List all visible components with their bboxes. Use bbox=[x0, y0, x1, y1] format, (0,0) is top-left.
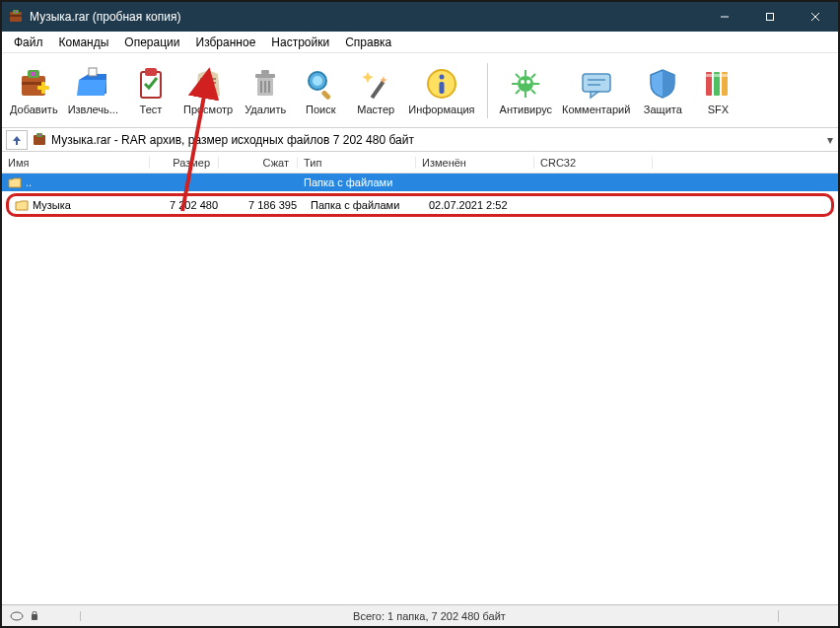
svg-rect-16 bbox=[145, 68, 157, 76]
protect-icon bbox=[645, 66, 680, 102]
col-packed[interactable]: Сжат bbox=[219, 157, 298, 169]
window-title: Музыка.rar (пробная копия) bbox=[30, 10, 180, 24]
status-total: Всего: 1 папка, 7 202 480 байт bbox=[81, 610, 779, 622]
app-icon bbox=[8, 9, 24, 25]
disk-icon bbox=[10, 611, 24, 621]
minimize-button[interactable] bbox=[702, 2, 747, 32]
svg-rect-3 bbox=[15, 11, 17, 13]
delete-icon bbox=[247, 66, 283, 102]
menu-favorites[interactable]: Избранное bbox=[188, 34, 264, 51]
sfx-label: SFX bbox=[708, 104, 729, 115]
svg-point-28 bbox=[313, 76, 322, 86]
sfx-icon bbox=[700, 66, 735, 102]
test-button[interactable]: Тест bbox=[124, 64, 177, 117]
file-size: 7 202 480 bbox=[157, 199, 226, 211]
svg-rect-18 bbox=[210, 78, 216, 80]
delete-button[interactable]: Удалить bbox=[239, 64, 292, 117]
svg-rect-33 bbox=[439, 82, 444, 94]
svg-rect-56 bbox=[32, 614, 37, 620]
add-icon bbox=[16, 66, 51, 102]
menu-commands[interactable]: Команды bbox=[51, 34, 117, 51]
menu-help[interactable]: Справка bbox=[337, 34, 399, 51]
menu-file[interactable]: Файл bbox=[6, 34, 51, 51]
file-row[interactable]: Музыка 7 202 480 7 186 395 Папка с файла… bbox=[9, 196, 831, 214]
protect-button[interactable]: Защита bbox=[636, 64, 689, 117]
test-icon bbox=[133, 66, 169, 102]
sfx-button[interactable]: SFX bbox=[691, 64, 744, 117]
extract-label: Извлечь... bbox=[68, 104, 118, 115]
view-button[interactable]: Просмотр bbox=[179, 64, 237, 117]
menu-operations[interactable]: Операции bbox=[116, 34, 187, 51]
menubar: Файл Команды Операции Избранное Настройк… bbox=[2, 32, 838, 53]
up-button[interactable] bbox=[6, 130, 28, 150]
svg-rect-23 bbox=[261, 70, 269, 74]
svg-rect-29 bbox=[321, 90, 332, 101]
svg-rect-19 bbox=[200, 82, 206, 84]
test-label: Тест bbox=[140, 104, 163, 115]
highlight-annotation: Музыка 7 202 480 7 186 395 Папка с файла… bbox=[6, 193, 834, 217]
extract-icon bbox=[75, 66, 110, 102]
protect-label: Защита bbox=[644, 104, 682, 115]
col-crc32[interactable]: CRC32 bbox=[534, 157, 653, 169]
svg-line-40 bbox=[531, 90, 535, 94]
find-label: Поиск bbox=[306, 104, 335, 115]
antivirus-icon bbox=[508, 66, 543, 102]
archive-icon bbox=[32, 132, 47, 148]
svg-point-44 bbox=[526, 80, 530, 84]
path-text[interactable]: Музыка.rar - RAR архив, размер исходных … bbox=[51, 133, 818, 147]
svg-point-43 bbox=[521, 80, 525, 84]
svg-line-41 bbox=[531, 74, 535, 78]
wizard-icon bbox=[358, 66, 393, 102]
svg-rect-11 bbox=[32, 72, 35, 76]
svg-rect-30 bbox=[371, 80, 385, 99]
svg-point-32 bbox=[439, 74, 444, 79]
file-type: Папка с файлами bbox=[305, 199, 423, 211]
column-headers: Имя Размер Сжат Тип Изменён CRC32 bbox=[2, 152, 838, 174]
col-type[interactable]: Тип bbox=[298, 157, 416, 169]
toolbar-separator bbox=[487, 63, 488, 118]
col-modified[interactable]: Изменён bbox=[416, 157, 534, 169]
view-label: Просмотр bbox=[183, 104, 233, 115]
titlebar: Музыка.rar (пробная копия) bbox=[2, 2, 838, 32]
comment-label: Комментарий bbox=[562, 104, 630, 115]
col-size[interactable]: Размер bbox=[150, 157, 219, 169]
svg-rect-54 bbox=[38, 134, 40, 136]
svg-line-42 bbox=[516, 90, 520, 94]
svg-rect-17 bbox=[200, 78, 206, 80]
svg-line-39 bbox=[516, 74, 520, 78]
path-dropdown[interactable]: ▾ bbox=[822, 133, 838, 147]
wizard-button[interactable]: Мастер bbox=[349, 64, 402, 117]
extract-button[interactable]: Извлечь... bbox=[64, 64, 122, 117]
svg-point-55 bbox=[11, 612, 23, 620]
file-name: Музыка bbox=[33, 199, 71, 211]
file-modified: 02.07.2021 2:52 bbox=[423, 199, 541, 211]
folder-icon bbox=[15, 198, 29, 212]
file-packed: 7 186 395 bbox=[226, 199, 305, 211]
lock-icon bbox=[28, 611, 41, 621]
status-left bbox=[2, 611, 81, 621]
wizard-label: Мастер bbox=[357, 104, 394, 115]
antivirus-label: Антивирус bbox=[500, 104, 552, 115]
svg-rect-5 bbox=[767, 14, 774, 21]
add-button[interactable]: Добавить bbox=[6, 64, 62, 117]
info-button[interactable]: Информация bbox=[404, 64, 478, 117]
close-button[interactable] bbox=[793, 2, 838, 32]
winrar-window: Музыка.rar (пробная копия) Файл Команды … bbox=[0, 0, 840, 628]
svg-rect-45 bbox=[583, 74, 610, 92]
antivirus-button[interactable]: Антивирус bbox=[496, 64, 556, 117]
svg-rect-22 bbox=[255, 74, 275, 78]
pathbar: Музыка.rar - RAR архив, размер исходных … bbox=[2, 128, 838, 152]
parent-folder-row[interactable]: .. Папка с файлами bbox=[2, 174, 838, 191]
svg-rect-14 bbox=[89, 68, 97, 76]
info-label: Информация bbox=[408, 104, 474, 115]
menu-settings[interactable]: Настройки bbox=[263, 34, 337, 51]
col-name[interactable]: Имя bbox=[2, 157, 150, 169]
view-icon bbox=[190, 66, 226, 102]
file-list: Имя Размер Сжат Тип Изменён CRC32 .. Пап… bbox=[2, 152, 838, 604]
add-label: Добавить bbox=[10, 104, 58, 115]
maximize-button[interactable] bbox=[747, 2, 793, 32]
svg-point-34 bbox=[518, 76, 533, 92]
find-button[interactable]: Поиск bbox=[294, 64, 347, 117]
comment-button[interactable]: Комментарий bbox=[558, 64, 634, 117]
toolbar: Добавить Извлечь... Тест bbox=[2, 53, 838, 128]
